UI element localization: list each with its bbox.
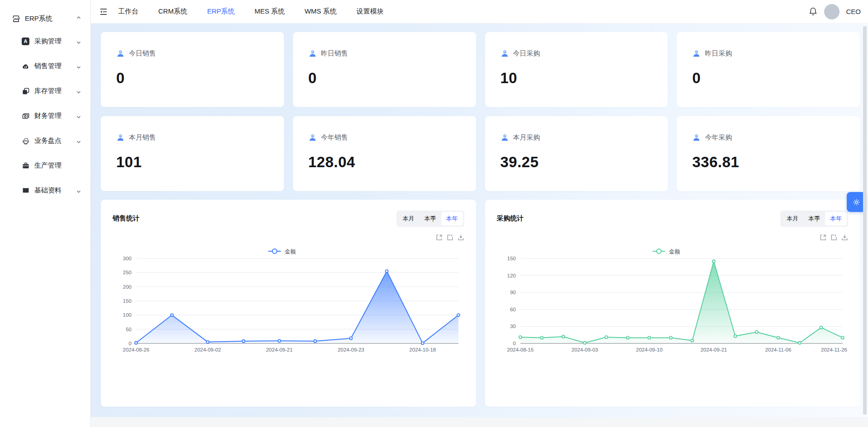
purchase-line-chart: 金额03060901201502024-08-152024-09-032024-…	[497, 245, 848, 358]
stat-value: 336.81	[692, 154, 844, 171]
stat-card: 今日销售0	[101, 32, 284, 107]
sidebar-item-finance[interactable]: 财务管理	[0, 103, 90, 128]
period-tab-quarter[interactable]: 本季	[420, 212, 441, 225]
svg-text:90: 90	[510, 290, 516, 295]
svg-text:2024-08-26: 2024-08-26	[123, 347, 150, 352]
tab-settings[interactable]: 设置模块	[357, 7, 384, 16]
stat-card: 今日采购10	[485, 32, 668, 107]
person-icon	[308, 49, 317, 58]
period-tab-quarter[interactable]: 本季	[803, 212, 825, 225]
person-icon	[308, 133, 317, 142]
sales-cloud-icon	[22, 62, 30, 70]
sidebar-item-purchase[interactable]: A采购管理	[0, 29, 90, 54]
sidebar-item-inventory[interactable]: 库存管理	[0, 79, 90, 103]
production-briefcase-icon	[22, 162, 30, 170]
svg-text:2024-09-23: 2024-09-23	[338, 347, 364, 352]
svg-text:金额: 金额	[669, 249, 680, 255]
stat-value: 0	[308, 70, 461, 87]
chart-title: 采购统计	[497, 211, 524, 223]
user-name: CEO	[846, 8, 861, 15]
svg-text:150: 150	[507, 256, 515, 261]
avatar[interactable]	[824, 4, 840, 19]
chevron-down-icon	[76, 39, 81, 44]
top-nav-tabs: 工作台CRM系统ERP系统MES 系统WMS 系统设置模块	[118, 7, 384, 16]
period-switcher: 本月本季本年	[780, 211, 848, 227]
scrollbar-thumb[interactable]	[863, 26, 867, 415]
person-icon	[692, 49, 701, 58]
zoom-box-icon[interactable]	[436, 234, 443, 241]
purchase-a-icon: A	[22, 38, 30, 46]
period-tab-month[interactable]: 本月	[782, 212, 803, 225]
bottom-strip	[91, 417, 868, 427]
tab-erp[interactable]: ERP系统	[207, 7, 235, 16]
stat-card: 昨日采购0	[677, 32, 860, 107]
restore-icon[interactable]	[830, 234, 837, 241]
person-icon	[692, 133, 701, 142]
main-content: 今日销售0昨日销售0今日采购10昨日采购0本月销售101今年销售128.04本月…	[91, 23, 868, 417]
collapse-menu-icon[interactable]	[99, 7, 108, 16]
svg-text:金额: 金额	[285, 249, 297, 255]
tab-crm[interactable]: CRM系统	[158, 7, 187, 16]
period-tab-year[interactable]: 本年	[441, 212, 463, 225]
stat-card: 本月采购39.25	[485, 116, 668, 191]
sales-chart-card: 销售统计本月本季本年金额0501001502002503002024-08-26…	[101, 200, 476, 407]
svg-text:2024-09-21: 2024-09-21	[700, 347, 727, 352]
stat-value: 128.04	[308, 154, 461, 171]
sidebar-item-production[interactable]: 生产管理	[0, 153, 90, 178]
chevron-down-icon	[76, 113, 81, 119]
svg-text:200: 200	[123, 284, 132, 290]
sidebar-item-audit[interactable]: 业务盘点	[0, 128, 90, 153]
basics-book-icon	[22, 187, 30, 195]
download-icon[interactable]	[841, 234, 848, 241]
svg-text:2024-11-06: 2024-11-06	[765, 347, 791, 352]
chart-title: 销售统计	[113, 211, 140, 223]
chevron-up-icon	[76, 16, 81, 21]
person-icon	[500, 49, 509, 58]
sidebar-item-erp-root[interactable]: ERP系统	[0, 8, 90, 29]
stat-value: 101	[116, 154, 269, 171]
period-switcher: 本月本季本年	[396, 211, 464, 227]
svg-text:2024-09-10: 2024-09-10	[636, 347, 662, 352]
download-icon[interactable]	[458, 234, 464, 241]
sales-line-chart: 金额0501001502002503002024-08-262024-09-02…	[113, 245, 464, 358]
svg-text:2024-09-02: 2024-09-02	[194, 347, 221, 352]
stat-card: 昨日销售0	[293, 32, 476, 107]
tab-workbench[interactable]: 工作台	[118, 7, 138, 16]
svg-text:2024-09-03: 2024-09-03	[571, 347, 598, 352]
stat-card: 今年采购336.81	[677, 116, 860, 191]
svg-text:0: 0	[129, 341, 132, 346]
svg-text:2024-11-26: 2024-11-26	[821, 347, 847, 352]
sidebar-item-basics[interactable]: 基础资料	[0, 178, 90, 203]
period-tab-year[interactable]: 本年	[825, 212, 847, 225]
stat-card: 今年销售128.04	[293, 116, 476, 191]
stat-label: 昨日采购	[705, 49, 732, 58]
svg-text:50: 50	[126, 327, 132, 332]
chevron-down-icon	[76, 138, 81, 144]
svg-text:250: 250	[123, 270, 132, 275]
svg-text:2024-10-18: 2024-10-18	[409, 347, 436, 352]
store-icon	[12, 14, 20, 23]
stat-label: 昨日销售	[321, 49, 348, 58]
sidebar-item-sales[interactable]: 销售管理	[0, 54, 90, 79]
audit-bowl-icon	[22, 137, 30, 145]
period-tab-month[interactable]: 本月	[398, 212, 420, 225]
inventory-copy-icon	[22, 87, 30, 95]
restore-icon[interactable]	[447, 234, 453, 241]
chart-toolbox	[497, 234, 849, 241]
person-icon	[116, 49, 125, 58]
stat-value: 39.25	[500, 154, 653, 171]
stat-value: 10	[500, 70, 653, 87]
tab-wms[interactable]: WMS 系统	[305, 7, 337, 16]
zoom-box-icon[interactable]	[820, 234, 826, 241]
svg-text:150: 150	[123, 298, 132, 304]
stat-label: 本月采购	[513, 133, 540, 142]
chart-toolbox	[113, 234, 464, 241]
svg-text:2024-09-21: 2024-09-21	[266, 347, 292, 352]
tab-mes[interactable]: MES 系统	[255, 7, 285, 16]
chevron-down-icon	[76, 188, 81, 193]
sidebar: ERP系统 A采购管理销售管理库存管理财务管理业务盘点生产管理基础资料	[0, 0, 91, 427]
topbar: 工作台CRM系统ERP系统MES 系统WMS 系统设置模块 CEO	[91, 0, 868, 23]
svg-text:30: 30	[510, 324, 516, 329]
bell-icon[interactable]	[808, 7, 818, 16]
svg-text:120: 120	[507, 273, 515, 278]
